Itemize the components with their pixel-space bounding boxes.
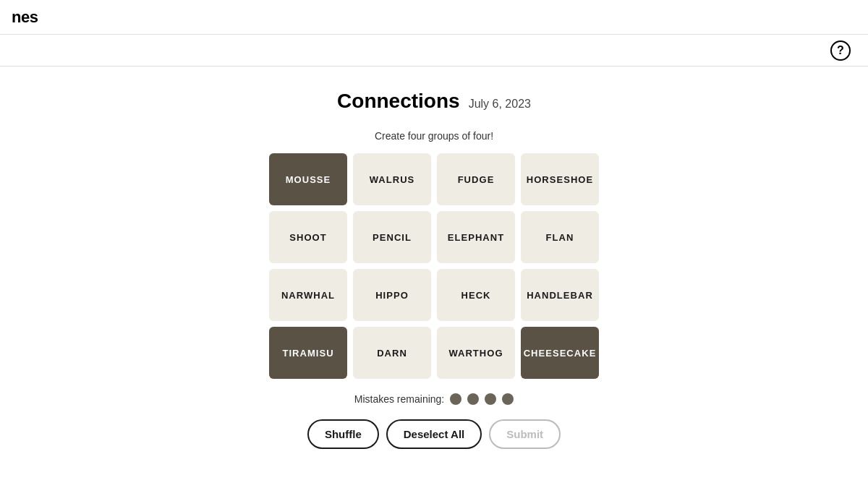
subtitle: Create four groups of four! <box>375 130 493 142</box>
top-nav: nes <box>0 0 868 35</box>
tile-elephant[interactable]: ELEPHANT <box>437 211 515 263</box>
tile-tiramisu[interactable]: TIRAMISU <box>269 327 347 379</box>
mistakes-label: Mistakes remaining: <box>354 393 445 405</box>
game-header: Connections July 6, 2023 <box>337 90 531 113</box>
tile-hippo[interactable]: HIPPO <box>353 269 431 321</box>
mistake-dot-1 <box>450 393 461 405</box>
tile-mousse[interactable]: MOUSSE <box>269 153 347 205</box>
tile-walrus[interactable]: WALRUS <box>353 153 431 205</box>
shuffle-button[interactable]: Shuffle <box>307 419 379 449</box>
secondary-nav: ? <box>0 35 868 67</box>
submit-button[interactable]: Submit <box>489 419 561 449</box>
tile-darn[interactable]: DARN <box>353 327 431 379</box>
tile-horseshoe[interactable]: HORSESHOE <box>521 153 599 205</box>
tile-flan[interactable]: FLAN <box>521 211 599 263</box>
tile-cheesecake[interactable]: CHEESECAKE <box>521 327 599 379</box>
tile-warthog[interactable]: WARTHOG <box>437 327 515 379</box>
mistake-dot-2 <box>467 393 479 405</box>
deselect-all-button[interactable]: Deselect All <box>386 419 482 449</box>
mistake-dot-4 <box>502 393 514 405</box>
tile-pencil[interactable]: PENCIL <box>353 211 431 263</box>
tile-narwhal[interactable]: NARWHAL <box>269 269 347 321</box>
mistakes-row: Mistakes remaining: <box>354 393 514 405</box>
tile-fudge[interactable]: FUDGE <box>437 153 515 205</box>
game-title: Connections <box>337 90 460 113</box>
tile-handlebar[interactable]: HANDLEBAR <box>521 269 599 321</box>
game-date: July 6, 2023 <box>469 98 531 111</box>
main-content: Connections July 6, 2023 Create four gro… <box>0 67 868 466</box>
buttons-row: Shuffle Deselect All Submit <box>307 419 561 449</box>
tile-heck[interactable]: HECK <box>437 269 515 321</box>
tile-grid: MOUSSEWALRUSFUDGEHORSESHOESHOOTPENCILELE… <box>269 153 599 379</box>
tile-shoot[interactable]: SHOOT <box>269 211 347 263</box>
nav-title: nes <box>12 8 38 27</box>
mistake-dot-3 <box>485 393 496 405</box>
help-icon[interactable]: ? <box>830 40 851 61</box>
